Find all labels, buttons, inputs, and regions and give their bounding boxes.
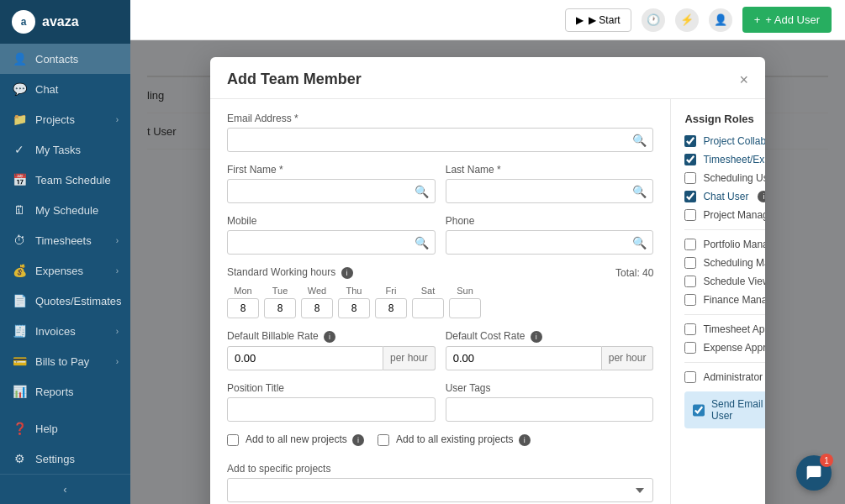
day-input-tue[interactable]	[264, 298, 296, 318]
last-name-input[interactable]	[446, 179, 654, 203]
role-checkbox-finance-manager[interactable]	[684, 294, 696, 306]
my-schedule-icon: 🗓	[12, 203, 27, 217]
add-existing-projects-row: Add to all existing projects i	[378, 433, 531, 446]
info-icon[interactable]: i	[341, 267, 353, 279]
plus-icon: +	[754, 13, 761, 26]
sidebar-item-contacts[interactable]: 👤 Contacts	[0, 44, 130, 74]
info-icon[interactable]: i	[519, 434, 531, 446]
role-checkbox-scheduling-user[interactable]	[684, 172, 696, 184]
mobile-input[interactable]	[227, 230, 436, 255]
role-checkbox-chat-user[interactable]	[684, 191, 696, 202]
specific-projects-row: Add to specific projects	[227, 463, 653, 502]
sidebar-item-invoices[interactable]: 🧾 Invoices ›	[0, 316, 130, 346]
tags-input[interactable]	[446, 397, 654, 422]
sidebar-item-timesheets[interactable]: ⏱ Timesheets ›	[0, 225, 130, 255]
sidebar-item-label: Invoices	[35, 325, 76, 338]
info-icon[interactable]: i	[758, 191, 765, 202]
chat-bubble[interactable]: 1	[796, 455, 832, 491]
sidebar-item-team-schedule[interactable]: 📅 Team Schedule	[0, 165, 130, 195]
tags-group: User Tags	[446, 382, 654, 422]
add-user-button[interactable]: + + Add User	[742, 7, 832, 33]
sidebar-item-settings[interactable]: ⚙ Settings	[0, 444, 130, 474]
add-new-projects-row: Add to all new projects i	[227, 433, 364, 446]
modal-close-button[interactable]: ×	[739, 72, 748, 87]
email-input[interactable]	[227, 128, 653, 152]
send-email-checkbox[interactable]	[693, 404, 705, 417]
position-input[interactable]	[227, 397, 436, 422]
role-label: Timesheet Approver	[703, 323, 765, 335]
info-icon[interactable]: i	[531, 331, 542, 343]
sidebar-item-reports[interactable]: 📊 Reports	[0, 376, 130, 407]
sidebar-item-label: My Schedule	[35, 204, 98, 217]
role-checkbox-schedule-viewer[interactable]	[684, 276, 696, 287]
sidebar-item-chat[interactable]: 💬 Chat	[0, 74, 130, 104]
day-fri: Fri	[375, 286, 407, 318]
cost-rate-input[interactable]	[446, 346, 602, 370]
role-label: Project Manager	[703, 209, 765, 221]
role-timesheet-approver: Timesheet Approver i	[684, 323, 765, 335]
play-icon: ▶	[576, 14, 584, 26]
role-label: Expense Approver	[703, 342, 765, 354]
day-sun: Sun	[449, 286, 481, 318]
sidebar-item-label: My Tasks	[35, 144, 81, 156]
role-label: Scheduling Manager	[703, 257, 765, 269]
day-input-fri[interactable]	[375, 298, 407, 318]
role-checkbox-administrator[interactable]	[684, 371, 696, 383]
hours-total: Total: 40	[615, 267, 653, 279]
first-name-input-wrapper: 🔍	[227, 179, 436, 203]
projects-icon: 📁	[12, 113, 27, 126]
sidebar-collapse-button[interactable]: ‹	[0, 474, 130, 504]
day-input-sat[interactable]	[412, 298, 444, 318]
phone-input[interactable]	[446, 230, 654, 255]
billable-rate-group: Default Billable Rate i per hour	[227, 330, 436, 370]
email-input-wrapper: 🔍	[227, 128, 653, 152]
sidebar-logo[interactable]: a avaza	[0, 0, 130, 44]
clock-icon[interactable]: 🕐	[642, 8, 665, 32]
role-scheduling-manager: Scheduling Manager i	[684, 257, 765, 269]
day-input-sun[interactable]	[449, 298, 481, 318]
first-name-input[interactable]	[227, 179, 436, 203]
sidebar-item-quotes[interactable]: 📄 Quotes/Estimates	[0, 286, 130, 316]
role-checkbox-scheduling-manager[interactable]	[684, 257, 696, 269]
sidebar-item-help[interactable]: ❓ Help	[0, 413, 130, 444]
roles-divider	[684, 362, 765, 363]
info-icon[interactable]: i	[324, 331, 335, 343]
user-avatar[interactable]: 👤	[709, 8, 732, 32]
sidebar-item-my-schedule[interactable]: 🗓 My Schedule	[0, 195, 130, 225]
sidebar-item-expenses[interactable]: 💰 Expenses ›	[0, 255, 130, 286]
sidebar-item-my-tasks[interactable]: ✓ My Tasks	[0, 134, 130, 165]
role-checkbox-project-manager[interactable]	[684, 209, 696, 221]
specific-projects-label: Add to specific projects	[227, 463, 653, 475]
sidebar-item-projects[interactable]: 📁 Projects ›	[0, 104, 130, 134]
role-checkbox-timesheet-expense[interactable]	[684, 154, 696, 165]
day-input-thu[interactable]	[338, 298, 370, 318]
sidebar-item-label: Timesheets	[35, 234, 92, 247]
start-button[interactable]: ▶ ▶ Start	[565, 8, 631, 32]
day-input-wed[interactable]	[301, 298, 333, 318]
chat-icon: 💬	[12, 82, 27, 96]
last-name-input-wrapper: 🔍	[446, 179, 654, 203]
logo-text: avaza	[42, 14, 79, 29]
role-checkbox-expense-approver[interactable]	[684, 342, 696, 354]
role-checkbox-project-collaborator[interactable]	[684, 135, 696, 147]
tags-label: User Tags	[446, 382, 654, 394]
add-new-projects-checkbox[interactable]	[227, 434, 239, 446]
send-email-label: Send Email Invite to User	[711, 398, 765, 422]
role-checkbox-timesheet-approver[interactable]	[684, 323, 696, 335]
lightning-icon[interactable]: ⚡	[675, 8, 699, 32]
first-name-label: First Name *	[227, 164, 436, 176]
billable-rate-input[interactable]	[227, 346, 383, 370]
info-icon[interactable]: i	[352, 434, 364, 446]
sidebar-item-bills[interactable]: 💳 Bills to Pay ›	[0, 346, 130, 376]
role-checkbox-portfolio-manager[interactable]	[684, 239, 696, 250]
day-label: Wed	[308, 286, 326, 296]
team-schedule-icon: 📅	[12, 173, 27, 186]
sidebar-item-label: Contacts	[35, 53, 78, 66]
modal-header: Add Team Member ×	[210, 57, 765, 99]
day-mon: Mon	[227, 286, 259, 318]
add-existing-projects-checkbox[interactable]	[378, 434, 389, 446]
billable-rate-input-row: per hour	[227, 346, 436, 370]
day-input-mon[interactable]	[227, 298, 259, 318]
sidebar-item-label: Help	[35, 423, 58, 435]
specific-projects-select[interactable]	[227, 478, 653, 502]
